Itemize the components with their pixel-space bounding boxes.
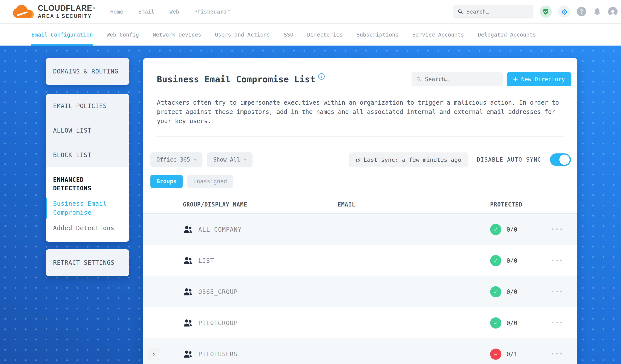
row-actions-ellipsis[interactable]: ••• bbox=[551, 289, 564, 295]
nav-email[interactable]: Email bbox=[138, 9, 154, 15]
registered-mark: ® bbox=[93, 6, 95, 10]
directory-source-value: Office 365 bbox=[156, 156, 190, 163]
nav-phishguard[interactable]: PhishGuard™ bbox=[194, 9, 230, 15]
groups-tab-chip[interactable]: Groups bbox=[150, 175, 183, 188]
caret-down-icon: ▾ bbox=[244, 157, 246, 162]
nav-web[interactable]: Web bbox=[170, 9, 179, 15]
table-row[interactable]: PILOTGROUP ✓ 0/0 ••• bbox=[143, 307, 577, 338]
auto-sync-toggle[interactable] bbox=[550, 154, 571, 166]
nav-home[interactable]: Home bbox=[110, 9, 123, 15]
row-actions-ellipsis[interactable]: ••• bbox=[551, 258, 564, 264]
caret-down-icon: ▾ bbox=[194, 157, 196, 162]
row-actions-ellipsis[interactable]: ••• bbox=[551, 226, 564, 232]
directory-search[interactable] bbox=[412, 72, 503, 87]
tab-users-and-actions[interactable]: Users and Actions bbox=[215, 24, 270, 46]
user-avatar-icon[interactable] bbox=[608, 7, 618, 16]
sidebar-item-block-list[interactable]: BLOCK LIST bbox=[46, 143, 129, 167]
unassigned-tab-chip[interactable]: Unassigned bbox=[187, 175, 233, 188]
sidebar-section-enhanced-detections[interactable]: ENHANCED DETECTIONS Business Email Compr… bbox=[46, 167, 129, 242]
page-description: Attackers often try to impersonate execu… bbox=[157, 98, 563, 126]
gear-icon: ⚙ bbox=[561, 7, 567, 16]
row-actions-ellipsis[interactable]: ••• bbox=[551, 320, 564, 326]
column-email: EMAIL bbox=[338, 201, 355, 208]
expand-row-button[interactable]: › bbox=[149, 348, 159, 360]
shield-check-icon bbox=[542, 8, 550, 15]
group-icon bbox=[183, 350, 193, 358]
last-sync-text: Last sync: a few minutes ago bbox=[363, 156, 461, 163]
check-icon: ✓ bbox=[494, 257, 498, 264]
global-search[interactable] bbox=[453, 5, 533, 18]
settings-button[interactable]: ⚙ bbox=[558, 6, 570, 17]
table-row[interactable]: LIST ✓ 0/0 ••• bbox=[143, 245, 577, 276]
minus-icon: − bbox=[494, 351, 498, 357]
help-icon[interactable]: ? bbox=[577, 7, 586, 16]
row-actions-ellipsis[interactable]: ••• bbox=[551, 351, 564, 357]
new-directory-button[interactable]: + New Directory bbox=[507, 72, 571, 87]
sidebar-item-business-email-compromise[interactable]: Business Email Compromise bbox=[46, 199, 129, 217]
sidebar-label: RETRACT SETTINGS bbox=[53, 259, 115, 266]
search-icon bbox=[458, 9, 463, 15]
tab-subscriptions[interactable]: Subscriptions bbox=[357, 24, 399, 46]
sidebar-item-added-detections[interactable]: Added Detections bbox=[46, 224, 129, 233]
sidebar-item-email-policies[interactable]: EMAIL POLICIES bbox=[46, 94, 129, 118]
table-row[interactable]: ALL COMPANY ✓ 0/0 ••• bbox=[143, 214, 577, 245]
check-icon: ✓ bbox=[494, 320, 498, 326]
tab-directories[interactable]: Directories bbox=[307, 24, 343, 46]
group-name: O365_GROUP bbox=[198, 288, 238, 295]
tab-service-accounts[interactable]: Service Accounts bbox=[412, 24, 464, 46]
protected-count: 0/0 bbox=[506, 226, 518, 233]
tab-web-config[interactable]: Web Config bbox=[106, 24, 139, 46]
groups-table: GROUP/DISPLAY NAME EMAIL PROTECTED ALL C… bbox=[143, 201, 577, 364]
tab-email-configuration[interactable]: Email Configuration bbox=[31, 24, 93, 46]
group-name: PILOTGROUP bbox=[198, 319, 238, 326]
show-filter-value: Show All bbox=[213, 156, 240, 163]
tab-delegated-accounts[interactable]: Delegated Accounts bbox=[478, 24, 536, 46]
sidebar-item-allow-list[interactable]: ALLOW LIST bbox=[46, 118, 129, 143]
group-name: LIST bbox=[198, 257, 214, 264]
divider bbox=[157, 137, 563, 137]
show-filter-dropdown[interactable]: Show All ▾ bbox=[207, 152, 253, 167]
content-area: DOMAINS & ROUTING EMAIL POLICIES ALLOW L… bbox=[0, 46, 621, 364]
table-row[interactable]: O365_GROUP ✓ 0/0 ••• bbox=[143, 276, 577, 307]
tab-network-devices[interactable]: Network Devices bbox=[153, 24, 201, 46]
main-card: Business Email Compromise List i + New D… bbox=[143, 58, 577, 364]
tab-sso[interactable]: SSO bbox=[284, 24, 293, 46]
info-icon[interactable]: i bbox=[318, 73, 325, 80]
protected-status-badge: ✓ bbox=[490, 255, 501, 266]
cloudflare-cloud-icon bbox=[12, 5, 34, 18]
cloudflare-logo[interactable]: CLOUDFLARE® AREA 1 SECURITY bbox=[12, 4, 95, 19]
table-header: GROUP/DISPLAY NAME EMAIL PROTECTED bbox=[143, 201, 577, 214]
security-status-button[interactable] bbox=[540, 6, 552, 17]
new-directory-label: New Directory bbox=[521, 76, 565, 83]
top-header: CLOUDFLARE® AREA 1 SECURITY Home Email W… bbox=[0, 0, 621, 24]
table-row[interactable]: › PILOTUSERS − 0/1 ••• bbox=[143, 338, 577, 364]
global-search-input[interactable] bbox=[466, 9, 529, 15]
sidebar-label: DOMAINS & ROUTING bbox=[53, 68, 118, 75]
filters-row: Office 365 ▾ Show All ▾ ↺ Last sync: a f… bbox=[150, 152, 571, 167]
toggle-knob bbox=[559, 155, 570, 165]
card-header: Business Email Compromise List i + New D… bbox=[143, 58, 577, 87]
directory-search-input[interactable] bbox=[425, 76, 498, 83]
top-nav: Home Email Web PhishGuard™ bbox=[110, 9, 230, 15]
group-icon bbox=[183, 288, 193, 296]
last-sync-button[interactable]: ↺ Last sync: a few minutes ago bbox=[349, 152, 468, 167]
protected-count: 0/0 bbox=[506, 288, 518, 295]
sidebar-item-retract-settings[interactable]: RETRACT SETTINGS bbox=[46, 249, 129, 276]
search-icon bbox=[416, 76, 422, 82]
brand-subname: AREA 1 SECURITY bbox=[38, 13, 95, 19]
group-name: ALL COMPANY bbox=[198, 226, 242, 233]
check-icon: ✓ bbox=[494, 288, 498, 295]
section-tabs: Email Configuration Web Config Network D… bbox=[0, 24, 621, 46]
enhanced-detections-title: ENHANCED DETECTIONS bbox=[46, 175, 129, 193]
plus-icon: + bbox=[513, 75, 518, 83]
chevron-right-icon: › bbox=[152, 350, 155, 358]
page-title: Business Email Compromise List bbox=[157, 74, 315, 84]
protected-status-badge: ✓ bbox=[490, 224, 501, 235]
brand-text: CLOUDFLARE® AREA 1 SECURITY bbox=[38, 4, 95, 19]
directory-source-dropdown[interactable]: Office 365 ▾ bbox=[150, 152, 202, 167]
protected-count: 0/0 bbox=[506, 319, 518, 326]
sidebar-item-domains-routing[interactable]: DOMAINS & ROUTING bbox=[46, 58, 129, 85]
check-icon: ✓ bbox=[494, 226, 498, 233]
topbar-right: ⚙ ? bbox=[453, 5, 618, 18]
notifications-button[interactable] bbox=[593, 7, 602, 16]
